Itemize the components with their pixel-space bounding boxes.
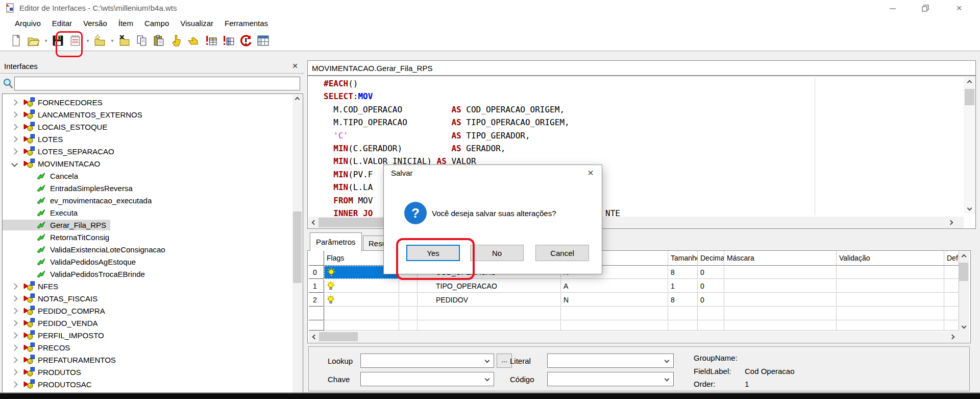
cell-decimals[interactable]: 0 (698, 293, 724, 307)
menu-ferramentas[interactable]: Ferramentas (219, 19, 274, 28)
cell-type[interactable]: N (561, 293, 668, 307)
cell-mask[interactable] (724, 293, 837, 307)
tree-item-cancela[interactable]: Cancela (3, 170, 291, 182)
grid-scroll-left-icon[interactable] (310, 331, 318, 342)
cell-size[interactable]: 8 (668, 266, 698, 279)
cell-size[interactable]: 1 (668, 279, 698, 293)
new-item-dropdown-icon[interactable]: ▾ (109, 33, 115, 48)
tree-item-produtos[interactable]: PRODUTOS (3, 366, 291, 378)
menu-visualizar[interactable]: Visualizar (175, 19, 219, 28)
tree-item-validaexistencialoteconsignacao[interactable]: ValidaExistenciaLoteConsignacao (3, 243, 291, 255)
tree-item-movimentacao[interactable]: MOVIMENTACAO (3, 157, 291, 170)
tree-scrollbar[interactable] (292, 95, 302, 399)
codigo-select[interactable] (547, 372, 674, 386)
tree-item-precos[interactable]: PRECOS (3, 341, 291, 354)
chevron-right-icon[interactable] (10, 149, 19, 154)
menu-campo[interactable]: Campo (139, 19, 175, 28)
cell-mask[interactable] (724, 321, 837, 331)
interfaces-panel-close-icon[interactable]: × (289, 60, 301, 72)
cell-size[interactable]: 8 (668, 293, 698, 307)
tree-item-ev-movimentacao-executada[interactable]: ev_movimentacao_executada (3, 194, 291, 206)
cell-def[interactable] (944, 307, 959, 320)
cell-validation[interactable] (837, 266, 944, 279)
cell-validation[interactable] (837, 321, 944, 331)
cell-field-name[interactable]: PEDIDOV (418, 293, 561, 307)
notebook-dropdown-icon[interactable]: ▾ (85, 33, 91, 48)
tree-item-nfes[interactable]: NFES (3, 280, 291, 292)
tree-item-executa[interactable]: Executa (3, 206, 291, 219)
cell-def[interactable] (944, 266, 959, 279)
delete-item-button[interactable] (116, 33, 132, 48)
tree-item-prefaturamentos[interactable]: PREFATURAMENTOS (3, 354, 291, 366)
cancel-button[interactable]: Cancel (535, 245, 589, 261)
literal-select[interactable] (547, 354, 674, 368)
menu-editar[interactable]: Editar (46, 19, 78, 28)
cell-decimals[interactable] (698, 307, 724, 320)
cell-mask[interactable] (724, 279, 837, 293)
chevron-right-icon[interactable] (10, 370, 19, 374)
hand-point-button[interactable] (168, 33, 184, 48)
tree-item-lotes[interactable]: LOTES (3, 133, 291, 145)
cell-def[interactable] (944, 321, 959, 331)
grid-scroll-right-icon[interactable] (949, 331, 957, 342)
cell-validation[interactable] (837, 279, 944, 293)
cell-decimals[interactable]: 0 (698, 266, 724, 279)
tree-item-validapedidosagestoque[interactable]: ValidaPedidosAgEstoque (3, 255, 291, 268)
cell-type[interactable] (561, 307, 668, 320)
cell-field-name[interactable]: TIPO_OPERACAO (418, 279, 561, 293)
code-hscroll-thumb[interactable] (318, 218, 386, 227)
cell-mask[interactable] (724, 266, 837, 279)
tab-parametros[interactable]: Parâmetros (310, 232, 362, 251)
cell-decimals[interactable] (698, 321, 724, 331)
search-input[interactable] (14, 77, 300, 90)
cell-size[interactable] (668, 307, 698, 320)
chevron-right-icon[interactable] (10, 333, 19, 338)
tree-item-perfil-imposto[interactable]: PERFIL_IMPOSTO (3, 329, 291, 341)
grid-vscroll-thumb[interactable] (959, 263, 968, 281)
flag-bulb-icon[interactable] (324, 279, 399, 293)
cell-type[interactable] (561, 321, 668, 331)
chevron-right-icon[interactable] (10, 358, 19, 362)
paste-button[interactable] (151, 33, 166, 48)
refresh-button[interactable] (238, 33, 253, 48)
chevron-right-icon[interactable] (10, 321, 19, 325)
cell-decimals[interactable]: 0 (698, 279, 724, 293)
tree-item-validapedidostrocaebrinde[interactable]: ValidaPedidosTrocaEBrinde (3, 268, 291, 280)
chevron-right-icon[interactable] (10, 112, 19, 117)
tree-scroll-up-icon[interactable] (292, 96, 302, 103)
code-vscroll-thumb[interactable] (965, 89, 974, 105)
code-vertical-scrollbar[interactable] (964, 77, 975, 214)
menu-versao[interactable]: Versão (78, 19, 113, 28)
tree-scrollbar-thumb[interactable] (293, 212, 302, 283)
chevron-right-icon[interactable] (10, 284, 19, 289)
code-scroll-down-icon[interactable] (964, 205, 975, 213)
chevron-right-icon[interactable] (10, 382, 19, 387)
menu-item[interactable]: Ítem (113, 19, 139, 28)
tree-item-entradasimplesreversa[interactable]: EntradaSimplesReversa (3, 182, 291, 194)
hand-drag-button[interactable] (186, 33, 201, 48)
cell-type[interactable]: A (561, 279, 668, 293)
tree-item-fornecedores[interactable]: FORNECEDORES (3, 96, 291, 108)
copy-button[interactable] (134, 33, 149, 48)
chave-select[interactable] (360, 372, 494, 386)
cell-field-name[interactable] (418, 321, 561, 331)
chevron-right-icon[interactable] (10, 345, 19, 350)
cell-validation[interactable] (837, 293, 944, 307)
tree-item-lotes-separacao[interactable]: LOTES_SEPARACAO (3, 145, 291, 157)
tree-item-locais-estoque[interactable]: LOCAIS_ESTOQUE (3, 121, 291, 133)
cell-validation[interactable] (837, 307, 944, 320)
code-scroll-right-icon[interactable] (947, 217, 955, 228)
insert-row-button[interactable] (203, 33, 218, 48)
chevron-down-icon[interactable] (10, 161, 19, 166)
tree-item-lancamentos-externos[interactable]: LANCAMENTOS_EXTERNOS (3, 108, 291, 121)
lookup-select[interactable] (360, 354, 494, 368)
cell-def[interactable] (944, 279, 959, 293)
grid-window-button[interactable] (255, 33, 271, 48)
minimize-button[interactable] (881, 0, 904, 16)
tree-item-gerar-fila-rps[interactable]: Gerar_Fila_RPS (3, 219, 291, 231)
code-scroll-left-icon[interactable] (309, 217, 317, 228)
cell-size[interactable] (668, 321, 698, 331)
dialog-close-icon[interactable]: × (580, 165, 601, 180)
open-folder-button[interactable] (26, 33, 41, 48)
tree-item-notas-fiscais[interactable]: NOTAS_FISCAIS (3, 292, 291, 304)
